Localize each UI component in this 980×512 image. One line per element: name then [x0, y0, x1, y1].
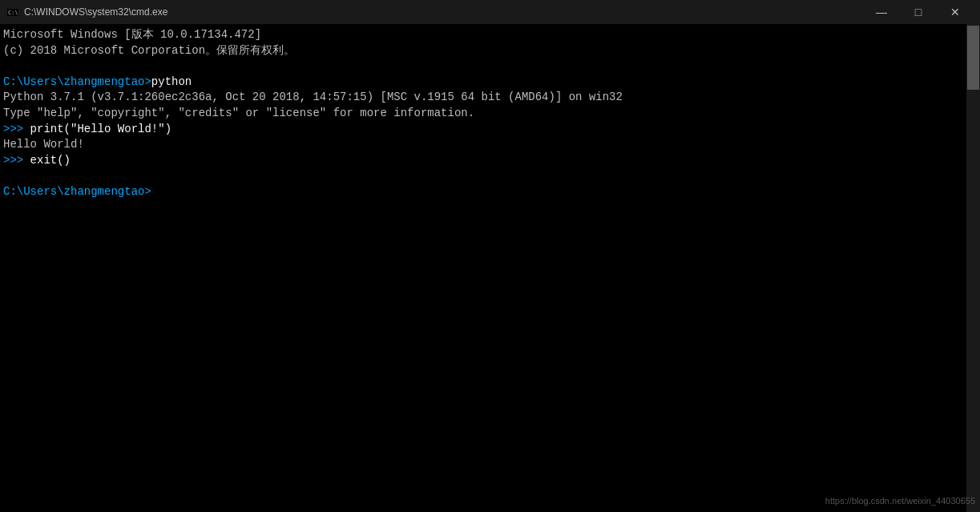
prompt: >>> [3, 123, 30, 135]
command-text: python [151, 75, 192, 88]
titlebar: C:\ C:\WINDOWS\system32\cmd.exe — □ ✕ [0, 0, 980, 24]
titlebar-buttons: — □ ✕ [863, 0, 974, 24]
scrollbar-thumb[interactable] [967, 26, 979, 90]
titlebar-left: C:\ C:\WINDOWS\system32\cmd.exe [6, 6, 167, 18]
terminal-line: (c) 2018 Microsoft Corporation。保留所有权利。 [3, 43, 963, 59]
terminal-line [3, 168, 963, 184]
terminal-line: Microsoft Windows [版本 10.0.17134.472] [3, 27, 963, 43]
cmd-icon: C:\ [6, 6, 19, 18]
scrollbar[interactable] [966, 24, 980, 512]
terminal-line: Python 3.7.1 (v3.7.1:260ec2c36a, Oct 20 … [3, 90, 963, 106]
maximize-button[interactable]: □ [900, 0, 937, 24]
prompt: >>> [3, 154, 30, 167]
content-area: Microsoft Windows [版本 10.0.17134.472](c)… [0, 24, 980, 512]
terminal-line: C:\Users\zhangmengtao>python [3, 75, 963, 91]
terminal-line: >>> exit() [3, 153, 963, 169]
prompt: C:\Users\zhangmengtao> [3, 75, 151, 88]
watermark: https://blog.csdn.net/weixin_44030655 [825, 496, 975, 506]
terminal-content[interactable]: Microsoft Windows [版本 10.0.17134.472](c)… [0, 24, 966, 512]
terminal-line: >>> print("Hello World!") [3, 122, 963, 138]
svg-text:C:\: C:\ [8, 10, 18, 16]
command-text: exit() [30, 154, 71, 167]
close-button[interactable]: ✕ [937, 0, 974, 24]
minimize-button[interactable]: — [863, 0, 900, 24]
terminal-line: Hello World! [3, 137, 963, 153]
terminal-line: C:\Users\zhangmengtao> [3, 184, 963, 200]
terminal-line: Type "help", "copyright", "credits" or "… [3, 106, 963, 122]
cmd-window: C:\ C:\WINDOWS\system32\cmd.exe — □ ✕ Mi… [0, 0, 980, 512]
command-text: print("Hello World!") [30, 123, 171, 135]
terminal-line [3, 58, 963, 75]
window-title: C:\WINDOWS\system32\cmd.exe [24, 6, 167, 18]
prompt: C:\Users\zhangmengtao> [3, 185, 151, 198]
